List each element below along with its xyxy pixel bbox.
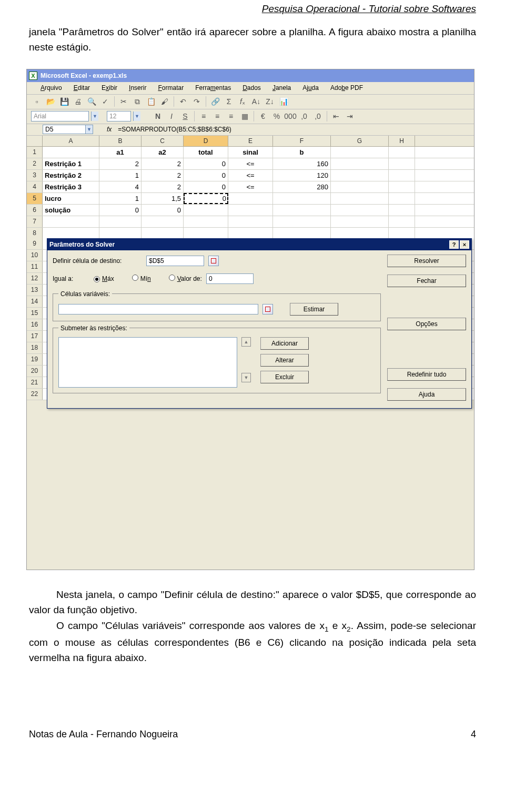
name-box-drop-icon[interactable]: ▼ <box>86 125 93 134</box>
row-header[interactable]: 2 <box>27 158 43 169</box>
cell[interactable] <box>273 205 331 216</box>
autosum-icon[interactable]: Σ <box>223 96 235 107</box>
cell[interactable] <box>43 147 99 158</box>
cell[interactable] <box>331 228 389 239</box>
cell[interactable] <box>43 228 99 239</box>
add-button[interactable]: Adicionar <box>260 337 309 350</box>
cell[interactable]: 1 <box>99 193 142 204</box>
col-H[interactable]: H <box>389 136 415 146</box>
cell[interactable] <box>184 216 228 227</box>
cell[interactable] <box>228 193 273 204</box>
cell[interactable] <box>142 228 184 239</box>
col-C[interactable]: C <box>142 136 184 146</box>
cell[interactable]: <= <box>228 181 273 192</box>
estimate-button[interactable]: Estimar <box>290 303 338 316</box>
underline-icon[interactable]: S <box>179 110 191 122</box>
cell[interactable]: sinal <box>228 147 273 158</box>
cell[interactable]: 4 <box>99 181 142 192</box>
copy-icon[interactable]: ⧉ <box>132 96 143 107</box>
font-name-box[interactable]: Arial <box>31 111 89 121</box>
save-icon[interactable]: 💾 <box>58 96 70 107</box>
cell[interactable]: <= <box>228 170 273 181</box>
options-button[interactable]: Opções <box>387 318 466 330</box>
cell[interactable]: Restrição 1 <box>43 158 99 169</box>
row-header[interactable]: 3 <box>27 170 43 181</box>
radio-max[interactable]: Máx <box>94 275 114 282</box>
align-center-icon[interactable]: ≡ <box>211 110 223 122</box>
cell[interactable] <box>184 228 228 239</box>
value-of-input[interactable]: 0 <box>206 273 254 284</box>
format-painter-icon[interactable]: 🖌 <box>159 96 170 107</box>
help-icon[interactable]: ? <box>449 240 459 249</box>
font-size-drop-icon[interactable]: ▼ <box>133 111 140 121</box>
row-header[interactable]: 17 <box>27 331 43 342</box>
bold-icon[interactable]: N <box>152 110 164 122</box>
cell[interactable] <box>228 216 273 227</box>
align-left-icon[interactable]: ≡ <box>198 110 209 122</box>
cell[interactable] <box>273 193 331 204</box>
cell[interactable] <box>43 216 99 227</box>
menu-dados[interactable]: Dados <box>243 84 261 92</box>
col-D[interactable]: D <box>184 136 228 146</box>
cell[interactable] <box>389 216 415 227</box>
sort-desc-icon[interactable]: Z↓ <box>264 96 276 107</box>
row-header[interactable]: 18 <box>27 342 43 353</box>
cell[interactable]: Restrição 3 <box>43 181 99 192</box>
cell[interactable]: 1 <box>99 170 142 181</box>
scroll-up-icon[interactable]: ▲ <box>241 337 251 347</box>
cell[interactable] <box>99 216 142 227</box>
cell[interactable]: 0 <box>99 205 142 216</box>
col-A[interactable]: A <box>43 136 99 146</box>
cell[interactable] <box>331 193 389 204</box>
row-header[interactable]: 11 <box>27 261 43 272</box>
open-icon[interactable]: 📂 <box>45 96 56 107</box>
cell[interactable]: 160 <box>273 158 331 169</box>
cell[interactable] <box>389 170 415 181</box>
formula-input[interactable]: =SOMARPRODUTO(B5:C5;$B$6:$C$6) <box>116 126 474 133</box>
sort-asc-icon[interactable]: A↓ <box>250 96 262 107</box>
cell[interactable]: 120 <box>273 170 331 181</box>
menu-editar[interactable]: Editar <box>74 84 90 92</box>
ref-picker-vars-icon[interactable] <box>262 304 273 314</box>
fx-icon[interactable]: fₓ <box>237 96 248 107</box>
menu-adobe-pdf[interactable]: Adobe PDF <box>330 84 363 92</box>
cell[interactable]: 1,5 <box>142 193 184 204</box>
cell[interactable]: a1 <box>99 147 142 158</box>
delete-button[interactable]: Excluir <box>260 371 309 383</box>
cell[interactable]: 2 <box>142 181 184 192</box>
name-box[interactable]: D5 <box>43 125 86 134</box>
cell[interactable]: <= <box>228 158 273 169</box>
row-header[interactable]: 10 <box>27 250 43 261</box>
cell[interactable]: 0 <box>184 170 228 181</box>
cell[interactable] <box>99 228 142 239</box>
cell[interactable]: a2 <box>142 147 184 158</box>
fx-label[interactable]: fx <box>107 126 112 133</box>
solver-titlebar[interactable]: Parâmetros do Solver ? × <box>47 239 471 250</box>
inc-decimal-icon[interactable]: ,0 <box>298 110 310 122</box>
cell[interactable] <box>389 228 415 239</box>
col-F[interactable]: F <box>273 136 331 146</box>
row-header[interactable]: 14 <box>27 296 43 307</box>
change-button[interactable]: Alterar <box>260 354 309 367</box>
cell[interactable] <box>389 147 415 158</box>
cell[interactable]: 0 <box>184 181 228 192</box>
menu-ajuda[interactable]: Ajuda <box>302 84 319 92</box>
close-button[interactable]: Fechar <box>387 275 466 287</box>
target-cell-input[interactable]: $D$5 <box>146 256 204 266</box>
menu-inserir[interactable]: Inserir <box>129 84 146 92</box>
menu-exibir[interactable]: Exibir <box>102 84 117 92</box>
constraints-listbox[interactable] <box>58 337 237 388</box>
radio-min[interactable]: Mín <box>132 275 151 282</box>
row-header[interactable]: 22 <box>27 389 43 400</box>
cell[interactable]: 2 <box>142 170 184 181</box>
cell[interactable] <box>389 181 415 192</box>
spreadsheet-grid[interactable]: A B C D E F G H 1a1a2totalsinalb2Restriç… <box>27 136 474 239</box>
cell[interactable] <box>228 205 273 216</box>
cell[interactable]: 0 <box>184 193 228 204</box>
row-header[interactable]: 6 <box>27 205 43 216</box>
scroll-down-icon[interactable]: ▼ <box>241 373 251 382</box>
cell[interactable]: 2 <box>99 158 142 169</box>
hyperlink-icon[interactable]: 🔗 <box>209 96 221 107</box>
currency-icon[interactable]: € <box>257 110 269 122</box>
preview-icon[interactable]: 🔍 <box>86 96 97 107</box>
